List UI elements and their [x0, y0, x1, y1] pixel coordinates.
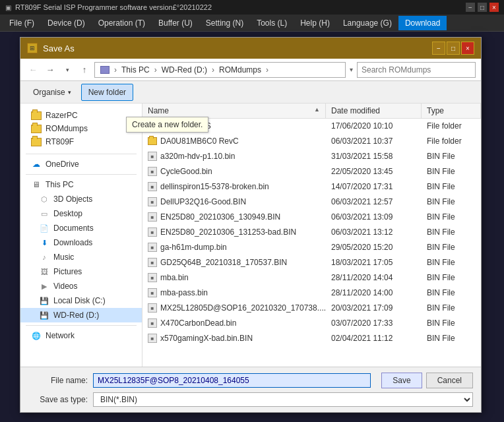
file-row[interactable]: ■ EN25D80_20210306_131253-bad.BIN 06/03/…: [142, 225, 481, 240]
file-cell-type: BIN File: [422, 272, 481, 284]
sidebar-item-3dobjects[interactable]: ⬡ 3D Objects: [20, 192, 142, 206]
pictures-label: Pictures: [53, 267, 82, 276]
file-cell-date: 03/07/2020 17:33: [326, 317, 422, 329]
menu-operation[interactable]: Operation (T): [92, 16, 152, 30]
bin-icon-8: ■: [148, 243, 157, 252]
col-header-type[interactable]: Type: [422, 104, 481, 118]
filename-input[interactable]: [93, 373, 371, 388]
file-row[interactable]: ■ EN25D80_20210306_130949.BIN 06/03/2021…: [142, 210, 481, 225]
path-this-pc[interactable]: This PC: [119, 65, 152, 75]
action-buttons: Save Cancel: [381, 373, 473, 388]
menu-buffer[interactable]: Buffer (U): [152, 16, 199, 30]
path-sep-1: ›: [154, 65, 157, 75]
filetype-select[interactable]: BIN(*.BIN): [93, 392, 473, 407]
file-row[interactable]: ■ x570gamingX-bad.bin.BIN 02/04/2021 11:…: [142, 331, 481, 346]
minimize-button[interactable]: −: [466, 3, 475, 12]
pictures-icon: 🖼: [39, 266, 49, 277]
file-cell-type: BIN File: [422, 166, 481, 177]
path-sep-0: ›: [114, 65, 117, 75]
file-cell-date: 06/03/2021 13:12: [326, 226, 422, 238]
sidebar-item-rt809f[interactable]: RT809F: [20, 135, 142, 148]
col-header-date[interactable]: Date modified: [326, 104, 422, 118]
sidebar-divider-3: [26, 325, 137, 326]
sidebar-item-desktop[interactable]: ▭ Desktop: [20, 206, 142, 221]
file-cell-type: BIN File: [422, 226, 481, 238]
up-button[interactable]: ↑: [77, 63, 92, 77]
address-bar: ← → ▾ ↑ › This PC › WD-Red (D:) › ROMdum…: [20, 59, 481, 81]
file-cell-date: 17/06/2020 10:10: [326, 120, 422, 132]
recent-button[interactable]: ▾: [60, 63, 75, 77]
sidebar-item-pictures[interactable]: 🖼 Pictures: [20, 264, 142, 279]
file-row[interactable]: ■ MX25L12805D@SOP16_20210320_170738.... …: [142, 301, 481, 316]
new-folder-button[interactable]: New folder: [81, 84, 133, 101]
file-cell-type: BIN File: [422, 317, 481, 329]
file-cell-name: ■ X470CarbonDead.bin: [142, 317, 326, 329]
save-button[interactable]: Save: [381, 373, 422, 388]
file-cell-type: BIN File: [422, 211, 481, 223]
dialog-minimize-button[interactable]: −: [432, 42, 445, 55]
menu-tools[interactable]: Tools (L): [250, 16, 294, 30]
menu-language[interactable]: Language (G): [336, 16, 398, 30]
local-disk-c-label: Local Disk (C:): [53, 296, 106, 305]
file-row[interactable]: ■ GD25Q64B_20210318_170537.BIN 18/03/202…: [142, 255, 481, 270]
bin-icon-9: ■: [148, 258, 157, 267]
col-header-name[interactable]: Name ▲: [142, 104, 326, 118]
file-row[interactable]: ■ ga-h61m-dump.bin 29/05/2020 15:20 BIN …: [142, 240, 481, 255]
dialog-maximize-button[interactable]: □: [447, 42, 460, 55]
romdumps-label: ROMdumps: [46, 124, 88, 133]
sidebar-item-razerpc[interactable]: RazerPC: [20, 109, 142, 122]
file-cell-date: 06/03/2021 13:09: [326, 211, 422, 223]
back-button[interactable]: ←: [26, 63, 40, 77]
sidebar-item-videos[interactable]: ▶ Videos: [20, 279, 142, 293]
file-cell-date: 02/04/2021 11:12: [326, 332, 422, 344]
file-cell-type: BIN File: [422, 287, 481, 299]
path-wd-red[interactable]: WD-Red (D:): [160, 65, 209, 75]
onedrive-label: OneDrive: [46, 160, 79, 169]
organise-button[interactable]: Organise ▾: [26, 84, 79, 101]
forward-button[interactable]: →: [43, 63, 57, 77]
sidebar-item-wd-red-d[interactable]: 💾 WD-Red (D:): [20, 308, 142, 322]
file-cell-name: ■ x570gamingX-bad.bin.BIN: [142, 332, 326, 344]
menu-setting[interactable]: Setting (N): [199, 16, 250, 30]
file-cell-name: ■ mba.bin: [142, 272, 326, 284]
title-bar-controls: − □ ×: [466, 3, 499, 12]
romdumps-folder-icon: [31, 125, 42, 133]
path-romdumps[interactable]: ROMdumps: [217, 65, 263, 75]
sidebar-item-romdumps[interactable]: ROMdumps: [20, 122, 142, 135]
file-row[interactable]: ■ mba-pass.bin 28/11/2020 14:00 BIN File: [142, 286, 481, 301]
file-row[interactable]: ■ mba.bin 28/11/2020 14:04 BIN File: [142, 270, 481, 286]
cancel-button[interactable]: Cancel: [426, 373, 473, 388]
file-row[interactable]: ■ X470CarbonDead.bin 03/07/2020 17:33 BI…: [142, 316, 481, 331]
sidebar-item-documents[interactable]: 📄 Documents: [20, 221, 142, 235]
dialog-close-button[interactable]: ×: [461, 42, 474, 55]
sidebar-item-onedrive[interactable]: ☁ OneDrive: [20, 157, 142, 171]
address-dropdown-arrow[interactable]: ▾: [348, 65, 354, 75]
network-icon: 🌐: [31, 330, 42, 341]
sidebar-item-network[interactable]: 🌐 Network: [20, 328, 142, 343]
maximize-button[interactable]: □: [478, 3, 487, 12]
file-cell-name: ■ DellUP32Q16-Good.BIN: [142, 196, 326, 208]
menu-help[interactable]: Help (H): [294, 16, 336, 30]
app-icon: ▣: [5, 4, 11, 11]
sidebar-item-local-disk-c[interactable]: 💾 Local Disk (C:): [20, 293, 142, 308]
menu-bar: File (F) Device (D) Operation (T) Buffer…: [0, 15, 504, 32]
file-cell-type: File folder: [422, 135, 481, 147]
address-path[interactable]: › This PC › WD-Red (D:) › ROMdumps ›: [94, 62, 346, 78]
sidebar-item-thispc[interactable]: 🖥 This PC: [20, 177, 142, 192]
sidebar-item-downloads[interactable]: ⬇ Downloads: [20, 235, 142, 250]
file-cell-date: 14/07/2020 17:31: [326, 181, 422, 193]
file-row[interactable]: ■ a320m-hdv-p1.10.bin 31/03/2021 15:58 B…: [142, 149, 481, 164]
close-button[interactable]: ×: [489, 3, 499, 12]
file-cell-type: BIN File: [422, 256, 481, 268]
sidebar-item-music[interactable]: ♪ Music: [20, 250, 142, 264]
menu-device[interactable]: Device (D): [41, 16, 92, 30]
downloads-icon: ⬇: [39, 237, 49, 248]
file-row[interactable]: ■ DellUP32Q16-Good.BIN 06/03/2021 12:57 …: [142, 195, 481, 210]
address-search-input[interactable]: [357, 62, 476, 78]
file-row[interactable]: ■ dellinspiron15-5378-broken.bin 14/07/2…: [142, 179, 481, 195]
file-row[interactable]: ■ CycleGood.bin 22/05/2020 13:45 BIN Fil…: [142, 164, 481, 179]
file-row[interactable]: DA0U81MB6C0 RevC 06/03/2021 10:37 File f…: [142, 134, 481, 149]
menu-file[interactable]: File (F): [3, 16, 41, 30]
menu-download[interactable]: Download: [398, 16, 447, 30]
file-cell-date: 06/03/2021 10:37: [326, 135, 422, 147]
